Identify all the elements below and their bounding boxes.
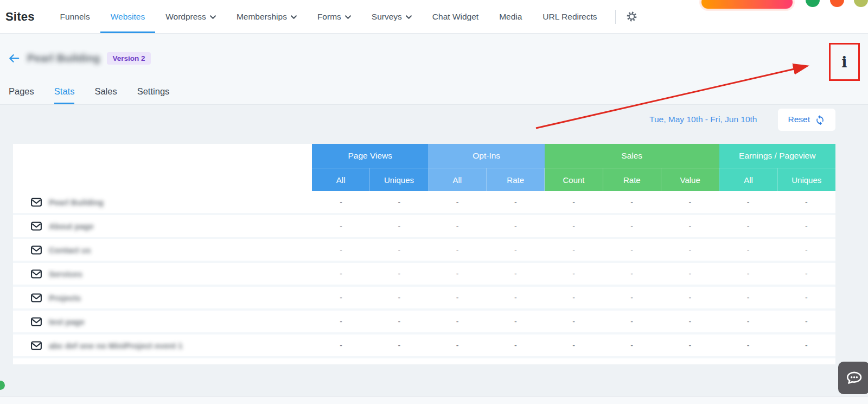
stat-cell: -: [719, 334, 777, 356]
back-button[interactable]: [8, 52, 20, 65]
stat-cell: -: [777, 215, 835, 237]
page-name-link[interactable]: test page: [49, 317, 85, 326]
stat-cell: -: [661, 263, 719, 285]
stat-cell: -: [719, 311, 777, 332]
stat-cell: -: [545, 287, 603, 308]
table-row: About page ---------: [13, 215, 835, 239]
stat-cell: -: [370, 287, 428, 308]
stat-cell: -: [370, 311, 428, 332]
stats-section: Tue, May 10th - Fri, Jun 10th Reset Page…: [0, 105, 868, 396]
refresh-icon: [815, 115, 825, 125]
row-cells: ---------: [312, 311, 835, 332]
nav-item-media[interactable]: Media: [489, 0, 532, 33]
column-sales-rate: Rate: [603, 168, 661, 191]
stat-cell: -: [661, 287, 719, 308]
stat-cell: -: [428, 191, 486, 213]
stat-cell: -: [661, 215, 719, 237]
stat-cell: -: [777, 287, 835, 308]
table-body: Pearl Building --------- About page ----…: [13, 191, 835, 358]
table-footer: [13, 358, 835, 364]
stat-cell: -: [487, 263, 545, 285]
tab-stats[interactable]: Stats: [54, 86, 75, 104]
chat-widget-button[interactable]: [838, 362, 868, 394]
page-name-link[interactable]: Services: [49, 269, 82, 279]
stat-cell: -: [719, 287, 777, 308]
row-cells: ---------: [312, 334, 835, 356]
stat-cell: -: [312, 239, 370, 261]
column-page-views-uniques: Uniques: [370, 168, 428, 191]
stat-cell: -: [428, 239, 486, 261]
stat-cell: -: [661, 239, 719, 261]
row-cells: ---------: [312, 287, 835, 308]
page-name-link[interactable]: Pearl Building: [49, 198, 104, 207]
column-sales-value: Value: [661, 168, 719, 191]
nav-item-memberships[interactable]: Memberships: [226, 0, 307, 33]
stat-cell: -: [487, 287, 545, 308]
stat-cell: -: [428, 311, 486, 332]
stat-cell: -: [312, 191, 370, 213]
nav-item-surveys[interactable]: Surveys: [361, 0, 422, 33]
row-cells: ---------: [312, 215, 835, 237]
date-range-picker[interactable]: Tue, May 10th - Fri, Jun 10th: [649, 115, 757, 124]
settings-gear-button[interactable]: [623, 8, 640, 25]
column-earnings-pageview-all: All: [719, 168, 777, 191]
stat-cell: -: [312, 287, 370, 308]
tab-settings[interactable]: Settings: [137, 86, 170, 104]
nav-item-funnels[interactable]: Funnels: [50, 0, 100, 33]
envelope-icon: [31, 293, 42, 302]
stat-cell: -: [312, 263, 370, 285]
column-opt-ins-rate: Rate: [487, 168, 545, 191]
tab-pages[interactable]: Pages: [9, 86, 34, 104]
chevron-down-icon: [345, 15, 351, 19]
stat-cell: -: [312, 334, 370, 356]
stat-cell: -: [603, 287, 661, 308]
row-cells: ---------: [312, 239, 835, 261]
nav-item-url-redirects[interactable]: URL Redirects: [532, 0, 607, 33]
page-tabs: Pages Stats Sales Settings: [9, 86, 169, 104]
nav-item-wordpress[interactable]: Wordpress: [155, 0, 226, 33]
stat-cell: -: [719, 191, 777, 213]
page-name-link[interactable]: Contact us: [49, 245, 91, 255]
column-earnings-pageview-uniques: Uniques: [778, 168, 835, 191]
bottom-strip: [0, 396, 868, 404]
stat-cell: -: [312, 215, 370, 237]
reset-label: Reset: [788, 115, 810, 124]
nav-item-websites[interactable]: Websites: [100, 0, 155, 33]
stat-cell: -: [487, 311, 545, 332]
column-group-opt-ins: Opt-Ins: [428, 144, 544, 168]
page-name-link[interactable]: Projects: [49, 293, 81, 302]
stat-cell: -: [777, 239, 835, 261]
stat-cell: -: [719, 239, 777, 261]
stat-cell: -: [370, 239, 428, 261]
header-spacer: [13, 168, 312, 191]
header-spacer: [13, 144, 312, 168]
stat-cell: -: [719, 215, 777, 237]
stat-cell: -: [661, 334, 719, 356]
stat-cell: -: [603, 239, 661, 261]
stat-cell: -: [777, 334, 835, 356]
promo-gradient-pill[interactable]: [700, 0, 794, 10]
row-cells: ---------: [312, 191, 835, 213]
stat-cell: -: [603, 334, 661, 356]
brand-sites[interactable]: Sites: [5, 10, 35, 24]
stat-cell: -: [603, 311, 661, 332]
stat-cell: -: [545, 191, 603, 213]
info-button[interactable]: i: [841, 54, 847, 71]
page-name-link[interactable]: About page: [49, 222, 94, 231]
page-header: Pearl Building Version 2 Pages Stats Sal…: [0, 34, 868, 105]
tab-sales[interactable]: Sales: [94, 86, 117, 104]
nav-items: Funnels Websites Wordpress Memberships F…: [50, 0, 608, 33]
column-opt-ins-all: All: [429, 168, 487, 191]
reset-button[interactable]: Reset: [778, 109, 836, 131]
nav-item-forms[interactable]: Forms: [307, 0, 361, 33]
nav-divider: [615, 10, 616, 24]
table-row: Contact us ---------: [13, 239, 835, 263]
stat-cell: -: [312, 311, 370, 332]
page-name-link[interactable]: abc def one no MiniProject event 1: [49, 341, 183, 350]
envelope-icon: [31, 222, 42, 231]
stat-cell: -: [370, 191, 428, 213]
chevron-down-icon: [406, 15, 412, 19]
nav-item-chat-widget[interactable]: Chat Widget: [422, 0, 489, 33]
stat-cell: -: [545, 215, 603, 237]
stat-cell: -: [370, 263, 428, 285]
